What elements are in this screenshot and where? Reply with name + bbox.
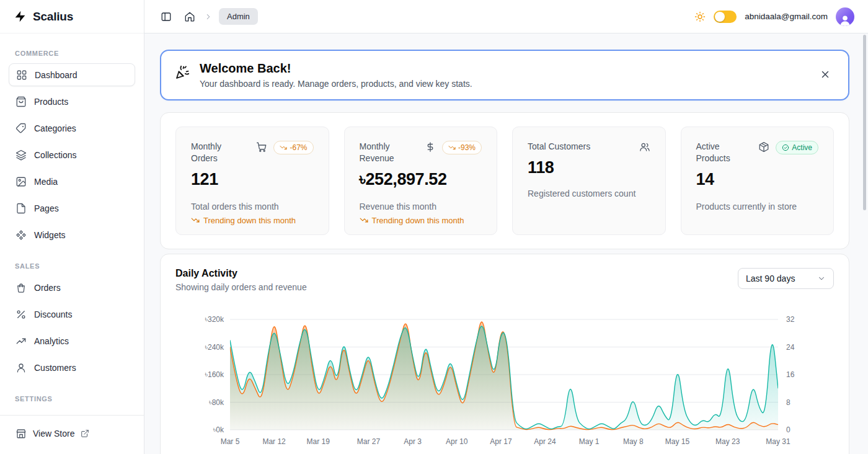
file-icon <box>16 203 27 214</box>
y-axis-right-label: 32 <box>786 315 794 324</box>
stat-card-total-customers: Total Customers 118 Registered customers… <box>512 127 666 235</box>
content: Welcome Back! Your dashboard is ready. M… <box>144 33 868 454</box>
sidebar-item-label: Analytics <box>34 336 69 346</box>
y-axis-left: ৳320k৳240k৳160k৳80k৳0k <box>175 301 230 432</box>
package-icon <box>758 141 769 153</box>
sidebar-item-orders[interactable]: Orders <box>9 276 135 299</box>
sidebar-header: Scalius <box>0 0 144 33</box>
sidebar-item-media[interactable]: Media <box>9 170 135 193</box>
sidebar-footer: View Store <box>0 415 144 454</box>
y-axis-right-label: 8 <box>786 398 790 407</box>
topbar: Admin abnidaala@gmail.com <box>144 0 868 33</box>
trending-down-icon <box>191 216 200 225</box>
sidebar-item-label: Media <box>34 177 58 187</box>
view-store-label: View Store <box>33 429 74 438</box>
stat-description: Products currently in store <box>696 202 819 211</box>
banner-title: Welcome Back! <box>200 61 807 76</box>
trend-badge-value: -93% <box>458 143 476 152</box>
active-badge-value: Active <box>792 143 812 152</box>
close-icon <box>820 69 831 80</box>
stat-description: Registered customers count <box>528 189 650 198</box>
x-axis-tick-label: Mar 5 <box>221 437 240 446</box>
users-icon <box>639 141 650 153</box>
trend-badge-value: -67% <box>290 143 307 152</box>
tote-bag-icon <box>16 282 27 293</box>
sidebar-item-categories[interactable]: Categories <box>9 117 135 140</box>
stat-trend-note: Trending down this month <box>191 216 314 225</box>
sidebar-item-dashboard[interactable]: Dashboard <box>9 63 135 86</box>
sidebar-nav: COMMERCE Dashboard Products Categories C… <box>0 33 144 415</box>
y-axis-left-label: ৳240k <box>205 343 224 352</box>
party-popper-icon <box>175 64 191 82</box>
sidebar-item-discounts[interactable]: Discounts <box>9 303 135 326</box>
avatar-user-icon <box>838 14 852 26</box>
brand-zap-icon <box>14 10 27 23</box>
x-axis-ticks: Mar 5Mar 12Mar 19Mar 27Apr 3Apr 10Apr 17… <box>230 436 778 451</box>
activity-subtitle: Showing daily orders and revenue <box>175 282 307 292</box>
home-button[interactable] <box>182 9 198 25</box>
stat-card-monthly-revenue: Monthly Revenue -93% ৳252,897.52 Revenue… <box>344 127 498 235</box>
sidebar-item-label: Products <box>34 97 68 107</box>
trend-badge: -93% <box>442 141 482 154</box>
trending-down-icon <box>360 216 368 225</box>
sidebar-item-widgets[interactable]: Widgets <box>9 223 135 246</box>
y-axis-right-label: 24 <box>786 343 794 352</box>
shopping-cart-icon <box>256 141 267 153</box>
date-range-value: Last 90 days <box>746 274 795 283</box>
banner-subtitle: Your dashboard is ready. Manage orders, … <box>200 79 807 89</box>
breadcrumb-admin-badge: Admin <box>219 8 258 25</box>
sidebar-item-products[interactable]: Products <box>9 90 135 113</box>
x-axis-tick-label: May 31 <box>766 437 790 446</box>
x-axis-tick-label: Apr 10 <box>446 437 467 446</box>
x-axis-tick-label: May 8 <box>623 437 644 446</box>
stat-description: Total orders this month <box>191 202 314 211</box>
sidebar-item-customers[interactable]: Customers <box>9 356 135 379</box>
image-icon <box>16 176 27 187</box>
layout-grid-icon <box>16 69 27 81</box>
stats-panel: Monthly Orders -67% 121 Total orders thi… <box>160 112 849 249</box>
avatar[interactable] <box>836 7 854 26</box>
section-label-commerce: COMMERCE <box>9 50 135 57</box>
sidebar-item-analytics[interactable]: Analytics <box>9 329 135 352</box>
x-axis-tick-label: May 23 <box>715 437 740 446</box>
stat-card-active-products: Active Products Active 14 Products curre… <box>681 127 835 235</box>
scrollbar-thumb[interactable] <box>863 35 866 210</box>
sidebar-item-view-store[interactable]: View Store <box>9 422 135 445</box>
sidebar-item-collections[interactable]: Collections <box>9 143 135 166</box>
shopping-bag-icon <box>16 96 27 107</box>
section-label-sales: SALES <box>9 262 135 270</box>
stat-title: Monthly Orders <box>191 141 250 164</box>
stat-trend-note: Trending down this month <box>360 216 482 225</box>
sidebar-item-label: Discounts <box>34 309 72 319</box>
active-badge: Active <box>776 141 818 154</box>
x-axis-tick-label: Mar 19 <box>307 437 330 446</box>
tag-icon <box>16 123 27 134</box>
date-range-select[interactable]: Last 90 days <box>738 268 834 289</box>
brand-name: Scalius <box>33 10 73 24</box>
stat-trend-text: Trending down this month <box>203 216 296 225</box>
percent-icon <box>16 309 27 320</box>
banner-close-button[interactable] <box>816 65 835 86</box>
stat-trend-text: Trending down this month <box>372 216 464 225</box>
x-axis-tick-label: Mar 12 <box>262 437 285 446</box>
y-axis-left-label: ৳320k <box>205 315 224 324</box>
sidebar-item-label: Dashboard <box>35 70 78 80</box>
sidebar-toggle-button[interactable] <box>158 9 174 25</box>
sidebar: Scalius COMMERCE Dashboard Products Cate… <box>0 0 144 454</box>
breadcrumb: Admin <box>182 8 258 25</box>
stat-title: Monthly Revenue <box>360 141 418 164</box>
trending-up-icon <box>16 336 27 347</box>
store-icon <box>16 428 27 439</box>
stat-value: ৳252,897.52 <box>360 170 482 189</box>
daily-activity-card: Daily Activity Showing daily orders and … <box>160 254 849 454</box>
y-axis-right-label: 16 <box>786 370 794 379</box>
stat-description: Revenue this month <box>360 202 482 211</box>
y-axis-right-label: 0 <box>786 425 790 434</box>
main-area: Admin abnidaala@gmail.com <box>144 0 868 454</box>
sidebar-item-label: Widgets <box>34 230 66 240</box>
chevron-down-icon <box>817 274 826 283</box>
x-axis-tick-label: Apr 3 <box>404 437 422 446</box>
sidebar-item-pages[interactable]: Pages <box>9 197 135 220</box>
panel-left-icon <box>161 11 172 22</box>
theme-toggle[interactable] <box>714 11 737 23</box>
